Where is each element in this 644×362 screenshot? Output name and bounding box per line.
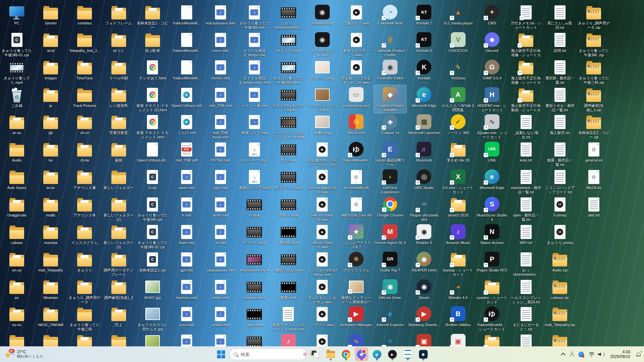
desktop-icon[interactable]: ✓↗ノートン 360 (442, 112, 474, 136)
desktop-icon[interactable]: open.mp4 (238, 304, 270, 328)
taskbar-app-cubase[interactable]: ◆ (417, 348, 430, 361)
desktop-icon[interactable]: ≣↗Cakewalk Product Center (374, 30, 406, 58)
desktop-icon[interactable]: Auto Saves (1, 167, 33, 191)
desktop-icon[interactable]: 新しいフォルダー (103, 167, 135, 191)
desktop-icon[interactable]: H↗HDDFMT.exe - ショートカット (476, 85, 508, 113)
desktop-icon[interactable]: 井上ドラム.mp4 (272, 167, 305, 191)
desktop-icon[interactable]: ♪きゅうり食ってた午後3時.mid (238, 3, 270, 31)
desktop-icon[interactable]: アナウンス夏 (68, 167, 101, 191)
desktop-icon[interactable]: ar-sa (1, 112, 33, 136)
desktop-icon[interactable]: E↗Epson 接続診断ツール (374, 140, 406, 168)
taskbar-app-notes[interactable] (401, 348, 415, 361)
desktop-icon[interactable]: ◆Crypton Product Installer (374, 85, 406, 113)
weather-widget[interactable]: ☁ 9+ 27°C 晴れ時々くもり (3, 350, 45, 359)
desktop-icon[interactable]: ↗無人販売不正行為画像 - ショートカッ... (510, 30, 542, 58)
desktop-icon[interactable]: ♪gpt.mid (170, 250, 203, 273)
desktop-icon[interactable]: ja (35, 85, 67, 109)
desktop-icon[interactable]: P↗Piapro Studio NT2 (476, 250, 508, 273)
desktop-icon[interactable]: ⚙MoZA.ini (578, 167, 610, 191)
desktop-icon[interactable]: 通知うぜえ - 親作品一覧.txt (544, 85, 576, 113)
desktop-icon[interactable]: インスタグラム (68, 222, 101, 246)
desktop-icon[interactable]: 新規 テキスト ドキュメント.html (137, 112, 169, 140)
desktop-icon[interactable]: ▶001_東北きりたん（ノーマル）_今じゃ... (306, 140, 338, 168)
taskbar-app-app-window[interactable] (309, 348, 322, 361)
desktop-icon[interactable]: ↗無人販売不正行為画像 - ショートカット (510, 58, 542, 86)
desktop-icon[interactable]: 新しいフォルダー (2) (103, 195, 135, 223)
desktop-icon[interactable]: C9.cpr (137, 167, 169, 191)
desktop-icon[interactable]: zh-tw (68, 140, 101, 163)
desktop-icon[interactable]: ♪umibet.mid (204, 304, 236, 328)
desktop-icon[interactable]: ゆきゅうり.ymmp (544, 222, 576, 246)
desktop-icon[interactable]: ♪kotusytuaaus.mid (204, 3, 236, 26)
desktop-icon[interactable]: ♪mid_学校 muse.mid (204, 112, 236, 140)
desktop-icon[interactable]: e↗Microsoft Edge (476, 167, 508, 191)
desktop-icon[interactable]: 選択肢 - 親作品一覧.txt (544, 58, 576, 85)
desktop-icon[interactable]: ♪aorin.mid (170, 167, 203, 191)
desktop-icon[interactable]: id-id (35, 30, 67, 54)
desktop-icon[interactable]: ゆ↗YukkuriMovieM... - ショートカット (476, 304, 508, 332)
app-tray-icon[interactable] (578, 352, 584, 357)
desktop-icon[interactable]: ∿↗JQuake.exe - ショートカット (476, 112, 508, 140)
desktop-icon[interactable]: きゅうり (68, 250, 101, 273)
desktop-icon[interactable]: 調声用データテンプレート (103, 250, 135, 278)
desktop-icon[interactable]: K↗Kontakt (408, 58, 440, 81)
desktop-icon[interactable]: open - 親作品一覧.txt (510, 195, 542, 223)
taskbar-app-file-explorer[interactable] (324, 348, 337, 361)
desktop-icon[interactable]: ゆうと (103, 30, 135, 54)
desktop-icon[interactable]: ⚙Accessibility.dll (340, 167, 372, 191)
desktop-icon[interactable]: ◉↗HALion Sonic (374, 277, 406, 301)
desktop-icon[interactable]: ▶↗Steinberg Downlo... (408, 304, 440, 328)
desktop-icon[interactable]: eくらぴ.xml (170, 112, 203, 136)
desktop-icon[interactable]: ▶こってゅｈdすおf dsbぁ.wav (306, 250, 338, 278)
desktop-icon[interactable]: ♪MP3無題のスコア.mp3 (238, 167, 270, 191)
desktop-icon[interactable]: maniuta (35, 222, 67, 246)
desktop-icon[interactable]: ヘルスコンプレッション__歌詞.txt (510, 277, 542, 305)
desktop-icon[interactable]: ♪mero.mid (204, 30, 236, 54)
desktop-icon[interactable]: Cきゅうり食ってた午後3時-02.cpr (137, 222, 169, 250)
desktop-icon[interactable]: まにまにわーるど！.txt (510, 304, 542, 332)
desktop-icon[interactable]: ▶答え知っててもむずいわこれ.wav (340, 58, 372, 85)
desktop-icon[interactable]: Audio (1, 140, 33, 163)
desktop-icon[interactable]: V↗VOICEVOX (442, 30, 474, 54)
taskbar-app-google-chrome[interactable] (339, 348, 353, 361)
desktop-icon[interactable]: ohhayo-.mp4 (238, 277, 270, 301)
person-tray-icon[interactable] (569, 352, 575, 357)
desktop-icon[interactable]: ▶小銭詰まり.wav (340, 3, 372, 26)
desktop-icon[interactable]: PC (1, 3, 33, 26)
desktop-icon[interactable]: S↗MuseScore Studio 4 (476, 195, 508, 223)
desktop-icon[interactable]: ◈↗Cubase 14 (374, 112, 406, 136)
desktop-icon[interactable]: ϟ↗VoiSona (442, 58, 474, 81)
desktop-icon[interactable]: ◉↗REAPER (x64) (408, 250, 440, 273)
desktop-icon[interactable]: cubase (1, 222, 33, 246)
desktop-icon[interactable]: フォトフレーム (103, 3, 135, 26)
desktop-icon[interactable]: F.mp4 (238, 195, 270, 218)
desktop-icon[interactable]: B↗Brother Utilities (442, 304, 474, 328)
desktop-icon[interactable]: きゅうり_調声用データ (68, 277, 101, 305)
desktop-icon[interactable]: ↗無人販売不正行為動画 - ショートカット (510, 85, 542, 113)
desktop-icon[interactable]: ✦↗CMS (476, 3, 508, 26)
desktop-icon[interactable]: ♪タイトル未設定.tempo.orig1.mid (238, 58, 270, 85)
desktop-icon[interactable]: ▶Groove Agent SE 01.wav (306, 167, 338, 195)
desktop-icon[interactable]: Gemini (35, 3, 67, 26)
desktop-icon[interactable]: ◎↗OBS Studio (408, 167, 440, 191)
desktop-icon[interactable]: ☻↗Discord (476, 30, 508, 54)
desktop-icon[interactable]: Audio.zip (544, 250, 576, 273)
desktop-icon[interactable]: Images (35, 58, 67, 81)
desktop-icon[interactable]: 新しいフォルダー (3) (103, 222, 135, 250)
desktop-icon[interactable]: ♪td.mid (204, 222, 236, 246)
desktop-icon[interactable]: TimeTune (68, 58, 101, 81)
desktop-icon[interactable]: malib (35, 195, 67, 218)
desktop-icon[interactable]: KT↗Kontakt 7 (408, 3, 440, 26)
desktop-icon[interactable]: テンポあて.html (137, 58, 169, 81)
desktop-icon[interactable]: きゅうり食ってた午後3時 .zip (578, 30, 610, 58)
desktop-icon[interactable]: N↗Native Access (476, 222, 508, 246)
desktop-icon[interactable]: ◕↗Blender 4.4 (442, 277, 474, 301)
desktop-icon[interactable]: おっhhhhhhhhhhh... (510, 250, 542, 278)
desktop-icon[interactable]: レジ袋有料 (103, 85, 135, 109)
desktop-icon[interactable]: ゆ↗YukkuriMovieM... (340, 140, 372, 163)
desktop-icon[interactable]: きゅうり食ってた.mp4 (1, 58, 33, 85)
taskbar-app-microsoft-edge[interactable]: e (370, 348, 384, 361)
desktop-icon[interactable]: ♬↗MuseHub (408, 140, 440, 163)
desktop-icon[interactable]: Telepathy_Inst_2... (68, 30, 101, 54)
desktop-icon[interactable]: ◉↗Reaktor 6 (408, 222, 440, 246)
